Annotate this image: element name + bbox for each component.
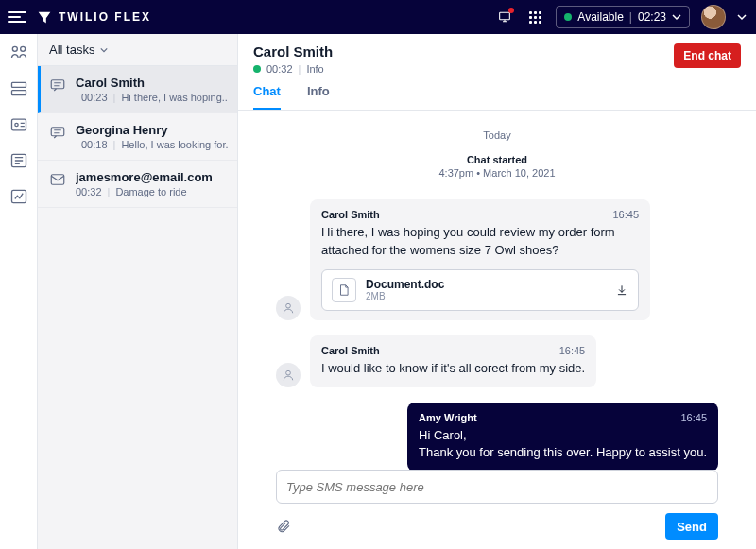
message-rx: Carol Smith16:45 Hi there, I was hoping …	[276, 199, 718, 320]
task-time: 00:23	[81, 92, 108, 103]
task-time: 00:18	[81, 139, 108, 150]
message-text: Hi there, I was hoping you could review …	[321, 224, 639, 260]
message-input[interactable]	[276, 470, 718, 504]
menu-icon[interactable]	[8, 8, 26, 26]
message-tx: Amy Wright16:45 Hi Carol, Thank you for …	[276, 403, 718, 470]
svg-rect-4	[11, 91, 26, 95]
svg-point-1	[12, 46, 17, 51]
conversation-panel: Carol Smith 00:32 | Info End chat Chat I…	[238, 34, 756, 549]
sender-avatar-icon	[276, 296, 301, 320]
chevron-down-icon	[100, 46, 108, 54]
rail-analytics-icon[interactable]	[9, 187, 28, 206]
tab-chat[interactable]: Chat	[253, 84, 281, 110]
end-chat-button[interactable]: End chat	[674, 43, 741, 68]
task-preview: Hi there, I was hoping...	[121, 92, 228, 103]
task-preview: Hello, I was looking for...	[121, 139, 228, 150]
chat-started-title: Chat started	[276, 154, 718, 165]
svg-rect-10	[51, 128, 64, 136]
message-sender: Carol Smith	[321, 209, 380, 220]
tab-info[interactable]: Info	[307, 84, 330, 110]
svg-point-13	[286, 370, 291, 375]
rail-queues-icon[interactable]	[9, 79, 28, 98]
svg-rect-0	[500, 12, 510, 19]
monitor-icon[interactable]	[495, 8, 514, 26]
message-time: 16:45	[680, 412, 707, 423]
task-filter[interactable]: All tasks	[38, 34, 237, 66]
attachment[interactable]: Document.doc 2MB	[321, 269, 639, 311]
download-icon[interactable]	[615, 283, 628, 297]
sender-avatar-icon	[276, 363, 301, 387]
rail-settings-icon[interactable]	[9, 151, 28, 170]
composer: Send	[238, 470, 756, 549]
svg-rect-11	[51, 175, 64, 185]
conversation-title: Carol Smith	[253, 43, 333, 60]
chat-started-time: 4:37pm • March 10, 2021	[276, 167, 718, 179]
file-icon	[332, 278, 356, 302]
task-filter-label: All tasks	[49, 43, 94, 57]
task-list: All tasks Carol Smith 00:23 | Hi there, …	[38, 34, 238, 549]
chevron-down-icon	[672, 12, 681, 22]
task-name: Georgina Henry	[76, 123, 228, 137]
conversation-time: 00:32	[266, 63, 293, 75]
user-avatar[interactable]	[701, 5, 726, 29]
brand-logo: TWILIO FLEX	[38, 10, 151, 24]
svg-point-12	[286, 303, 291, 308]
message-rx: Carol Smith16:45 I would like to know if…	[276, 335, 718, 387]
rail-teams-icon[interactable]	[9, 115, 28, 134]
chat-icon	[49, 77, 66, 94]
status-dot-icon	[564, 13, 572, 21]
task-time: 00:32	[76, 186, 102, 197]
message-time: 16:45	[559, 345, 586, 356]
status-time: 02:23	[638, 10, 666, 24]
apps-icon[interactable]	[525, 8, 544, 26]
availability-status[interactable]: Available | 02:23	[556, 6, 690, 28]
task-item[interactable]: jamesmore@email.com 00:32 | Damage to ri…	[38, 161, 237, 208]
svg-rect-9	[51, 80, 64, 89]
day-divider: Today	[276, 129, 718, 141]
message-list[interactable]: Today Chat started 4:37pm • March 10, 20…	[238, 111, 756, 470]
attachment-size: 2MB	[366, 291, 444, 301]
svg-rect-5	[11, 119, 26, 130]
attachment-name: Document.doc	[366, 278, 444, 291]
svg-point-2	[20, 46, 25, 51]
status-divider: |	[629, 10, 632, 24]
message-sender: Carol Smith	[321, 345, 380, 356]
message-text: Hi Carol, Thank you for sending this ove…	[419, 427, 707, 463]
conversation-info-label: Info	[306, 63, 323, 75]
send-button[interactable]: Send	[665, 513, 718, 540]
chat-icon	[49, 124, 66, 141]
user-menu-chevron-icon[interactable]	[737, 12, 747, 22]
email-icon	[49, 171, 66, 188]
status-label: Available	[577, 10, 623, 24]
message-text: I would like to know if it's all corect …	[321, 360, 585, 378]
task-name: Carol Smith	[76, 76, 228, 90]
task-name: jamesmore@email.com	[76, 170, 213, 184]
brand-text: TWILIO FLEX	[59, 10, 151, 24]
attach-icon[interactable]	[276, 519, 291, 534]
svg-rect-3	[11, 82, 26, 87]
task-item[interactable]: Carol Smith 00:23 | Hi there, I was hopi…	[38, 66, 237, 113]
svg-point-6	[14, 123, 17, 126]
task-item[interactable]: Georgina Henry 00:18 | Hello, I was look…	[38, 113, 237, 161]
notification-dot	[508, 8, 514, 13]
message-time: 16:45	[612, 209, 639, 220]
left-rail	[0, 34, 38, 549]
task-preview: Damage to ride	[115, 186, 186, 197]
message-sender: Amy Wright	[419, 412, 477, 423]
rail-agent-icon[interactable]	[9, 43, 28, 62]
presence-dot-icon	[253, 65, 261, 73]
